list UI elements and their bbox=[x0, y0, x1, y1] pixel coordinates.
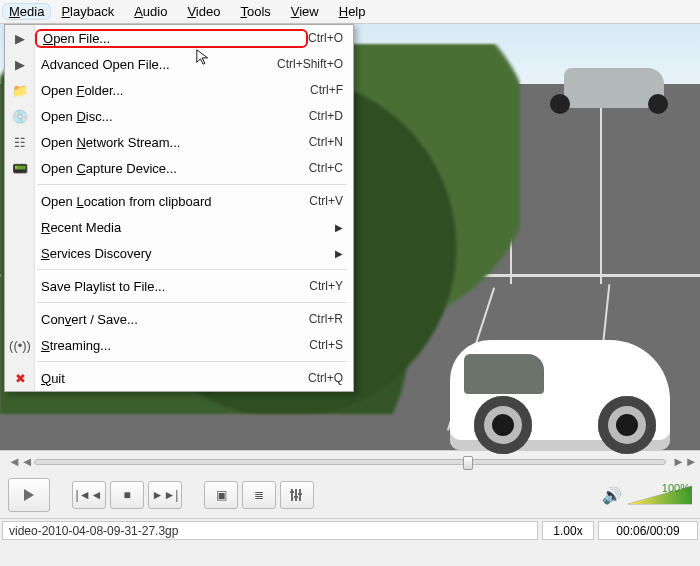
speaker-icon[interactable]: 🔊 bbox=[602, 486, 622, 505]
menu-item-label: Services Discovery bbox=[41, 246, 335, 261]
controls-toolbar: |◄◄ ■ ►►| ▣ ≣ 🔊 100% bbox=[0, 472, 700, 518]
menu-item-open-disc[interactable]: 💿Open Disc...Ctrl+D bbox=[5, 103, 353, 129]
menu-media[interactable]: Media bbox=[2, 3, 51, 20]
play-button[interactable] bbox=[8, 478, 50, 512]
fullscreen-button[interactable]: ▣ bbox=[204, 481, 238, 509]
shortcut-label: Ctrl+Q bbox=[308, 371, 343, 385]
menu-item-label: Streaming... bbox=[41, 338, 309, 353]
status-bar: video-2010-04-08-09-31-27.3gp 1.00x 00:0… bbox=[0, 518, 700, 542]
filename-field[interactable]: video-2010-04-08-09-31-27.3gp bbox=[2, 521, 538, 540]
shortcut-label: Ctrl+S bbox=[309, 338, 343, 352]
menu-item-label: Open Location from clipboard bbox=[41, 194, 309, 209]
menu-view[interactable]: View bbox=[281, 2, 329, 21]
menu-item-open-capture-device[interactable]: 📟Open Capture Device...Ctrl+C bbox=[5, 155, 353, 181]
menu-item-label: Open Disc... bbox=[41, 109, 309, 124]
menu-item-label: Quit bbox=[41, 371, 308, 386]
seek-track[interactable] bbox=[34, 459, 666, 465]
shortcut-label: Ctrl+V bbox=[309, 194, 343, 208]
submenu-arrow-icon: ▶ bbox=[335, 222, 343, 233]
menu-item-label: Open Network Stream... bbox=[41, 135, 309, 150]
stop-button[interactable]: ■ bbox=[110, 481, 144, 509]
menu-item-save-playlist-to-file[interactable]: Save Playlist to File...Ctrl+Y bbox=[5, 273, 353, 299]
shortcut-label: Ctrl+C bbox=[309, 161, 343, 175]
menu-video[interactable]: Video bbox=[177, 2, 230, 21]
seek-fwd-icon[interactable]: ►► bbox=[672, 454, 692, 469]
svg-rect-4 bbox=[294, 496, 298, 498]
shortcut-label: Ctrl+Shift+O bbox=[277, 57, 343, 71]
menu-item-label: Save Playlist to File... bbox=[41, 279, 309, 294]
seek-thumb[interactable] bbox=[463, 456, 473, 470]
menu-audio[interactable]: Audio bbox=[124, 2, 177, 21]
menu-item-label: Advanced Open File... bbox=[41, 57, 277, 72]
svg-rect-3 bbox=[290, 491, 294, 493]
foreground-car bbox=[450, 340, 670, 450]
menu-item-recent-media[interactable]: Recent Media▶ bbox=[5, 214, 353, 240]
settings-button[interactable] bbox=[280, 481, 314, 509]
menu-item-open-network-stream[interactable]: ☷Open Network Stream...Ctrl+N bbox=[5, 129, 353, 155]
menu-item-label: Open File... bbox=[35, 29, 308, 48]
open-icon: 📟 bbox=[10, 158, 30, 178]
open-icon: ☷ bbox=[10, 132, 30, 152]
menubar: MediaPlaybackAudioVideoToolsViewHelp bbox=[0, 0, 700, 24]
menu-item-streaming[interactable]: ((•))Streaming...Ctrl+S bbox=[5, 332, 353, 358]
svg-rect-1 bbox=[295, 489, 297, 501]
open-icon: 💿 bbox=[10, 106, 30, 126]
time-display: 00:06/00:09 bbox=[598, 521, 698, 540]
menu-item-open-folder[interactable]: 📁Open Folder...Ctrl+F bbox=[5, 77, 353, 103]
menu-item-quit[interactable]: ✖QuitCtrl+Q bbox=[5, 365, 353, 391]
shortcut-label: Ctrl+O bbox=[308, 31, 343, 45]
menu-item-label: Convert / Save... bbox=[41, 312, 309, 327]
svg-rect-5 bbox=[298, 493, 302, 495]
menu-item-label: Recent Media bbox=[41, 220, 335, 235]
seek-bar: ◄◄ ►► bbox=[0, 450, 700, 472]
menu-item-services-discovery[interactable]: Services Discovery▶ bbox=[5, 240, 353, 266]
shortcut-label: Ctrl+N bbox=[309, 135, 343, 149]
shortcut-label: Ctrl+Y bbox=[309, 279, 343, 293]
quit-icon: ✖ bbox=[10, 368, 30, 388]
menu-item-open-file[interactable]: ▶Open File...Ctrl+O bbox=[5, 25, 353, 51]
shortcut-label: Ctrl+R bbox=[309, 312, 343, 326]
playlist-button[interactable]: ≣ bbox=[242, 481, 276, 509]
menu-help[interactable]: Help bbox=[329, 2, 376, 21]
open-icon: ▶ bbox=[10, 28, 30, 48]
menu-item-convert-save[interactable]: Convert / Save...Ctrl+R bbox=[5, 306, 353, 332]
menu-item-label: Open Capture Device... bbox=[41, 161, 309, 176]
submenu-arrow-icon: ▶ bbox=[335, 248, 343, 259]
playback-speed[interactable]: 1.00x bbox=[542, 521, 594, 540]
streaming...-icon: ((•)) bbox=[10, 335, 30, 355]
menu-playback[interactable]: Playback bbox=[51, 2, 124, 21]
svg-rect-0 bbox=[291, 489, 293, 501]
next-button[interactable]: ►►| bbox=[148, 481, 182, 509]
menu-tools[interactable]: Tools bbox=[230, 2, 280, 21]
seek-back-icon[interactable]: ◄◄ bbox=[8, 454, 28, 469]
advanced-icon: ▶ bbox=[10, 54, 30, 74]
background-car bbox=[564, 68, 664, 108]
open-icon: 📁 bbox=[10, 80, 30, 100]
menu-item-advanced-open-file[interactable]: ▶Advanced Open File...Ctrl+Shift+O bbox=[5, 51, 353, 77]
shortcut-label: Ctrl+F bbox=[310, 83, 343, 97]
media-menu-dropdown: ▶Open File...Ctrl+O▶Advanced Open File..… bbox=[4, 24, 354, 392]
volume-control[interactable]: 🔊 100% bbox=[602, 484, 692, 506]
volume-percent: 100% bbox=[662, 482, 690, 494]
menu-item-open-location-from-clipboard[interactable]: Open Location from clipboardCtrl+V bbox=[5, 188, 353, 214]
menu-item-label: Open Folder... bbox=[41, 83, 310, 98]
prev-button[interactable]: |◄◄ bbox=[72, 481, 106, 509]
shortcut-label: Ctrl+D bbox=[309, 109, 343, 123]
